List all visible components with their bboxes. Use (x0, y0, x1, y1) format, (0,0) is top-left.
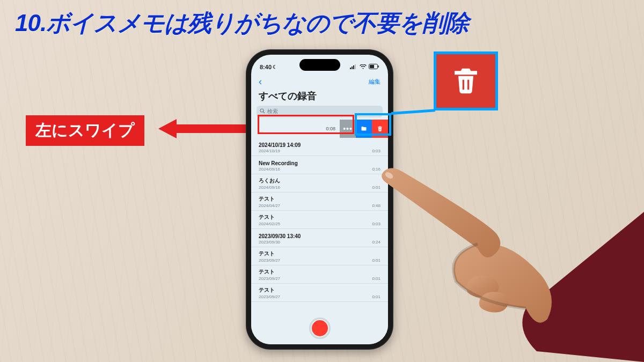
recording-title: 2023/09/30 13:40 (259, 233, 301, 239)
back-chevron-icon[interactable]: ‹ (259, 76, 262, 87)
svg-rect-3 (355, 64, 356, 69)
recording-date: 2023/09/30 (259, 240, 301, 245)
svg-rect-5 (370, 65, 374, 68)
pointing-hand (365, 115, 644, 362)
trash-icon (451, 66, 481, 96)
swipe-left-arrow (158, 119, 260, 138)
row-action-delete[interactable] (372, 120, 388, 138)
record-dock (251, 312, 388, 344)
recording-date: 2023/09/27 (259, 258, 280, 263)
recording-title: テスト (259, 250, 280, 257)
recording-title: テスト (259, 268, 280, 276)
nav-bar: ‹ 編集 (251, 74, 388, 88)
callout-connector (391, 109, 435, 115)
recording-date: 2024/02/25 (259, 221, 280, 226)
recording-row[interactable]: テスト2024/04/270:48 (251, 193, 388, 211)
recording-duration: 0:48 (372, 203, 380, 208)
phone-frame: 8:40 ☾ ‹ 編集 すべての録音 (246, 49, 393, 350)
recording-duration: 0:01 (372, 276, 380, 281)
edit-button[interactable]: 編集 (369, 78, 380, 86)
battery-icon (369, 64, 379, 70)
trash-icon (377, 125, 383, 132)
recording-row[interactable]: テスト2023/09/270:01 (251, 247, 388, 265)
svg-line-8 (263, 112, 265, 113)
recording-date: 2024/04/27 (259, 203, 280, 208)
recording-duration: 0:01 (372, 185, 380, 190)
recording-date: 2024/10/19 (259, 149, 301, 153)
recording-date: 2023/09/27 (259, 276, 280, 281)
swiped-row-duration: 0:08 (326, 126, 335, 131)
recording-title: 2024/10/19 14:09 (259, 142, 301, 148)
svg-rect-6 (378, 65, 379, 68)
recording-title: New Recording (259, 160, 298, 166)
swiped-recording-row[interactable]: 0:08 ••• (251, 120, 388, 138)
dynamic-island (299, 59, 340, 71)
recording-duration: 0:03 (372, 221, 380, 226)
recording-date: 2024/09/16 (259, 185, 280, 190)
recording-title: テスト (259, 286, 280, 294)
recording-title: ろくおん (259, 177, 280, 184)
recording-row[interactable]: テスト2023/09/270:01 (251, 265, 388, 284)
recording-date: 2023/09/27 (259, 294, 280, 299)
recording-row[interactable]: 2023/09/30 13:402023/09/300:24 (251, 229, 388, 247)
cellular-signal-icon (350, 64, 357, 70)
record-button[interactable] (309, 317, 331, 339)
page-title: すべての録音 (251, 88, 388, 106)
recording-row[interactable]: テスト2023/09/270:01 (251, 284, 388, 302)
trash-callout (434, 51, 498, 110)
svg-rect-2 (353, 65, 354, 69)
recording-duration: 0:24 (372, 240, 380, 245)
search-icon (260, 108, 265, 115)
svg-point-7 (260, 109, 264, 112)
recording-row[interactable]: ろくおん2024/09/160:01 (251, 174, 388, 193)
headline-text: 10.ボイスメモは残りがちなので不要を削除 (15, 8, 469, 39)
row-action-folder[interactable] (356, 120, 372, 138)
svg-rect-0 (350, 68, 351, 69)
recording-date: 2024/09/16 (259, 167, 298, 172)
dnd-moon-icon: ☾ (273, 64, 277, 70)
status-time: 8:40 (260, 64, 272, 70)
swipe-left-label: 左にスワイプ (26, 115, 144, 146)
recording-list[interactable]: 2024/10/19 14:092024/10/190:03New Record… (251, 138, 388, 302)
svg-rect-1 (352, 67, 353, 69)
recording-title: テスト (259, 195, 280, 203)
swiped-row-content[interactable]: 0:08 (251, 120, 340, 138)
wifi-icon (360, 64, 367, 70)
recording-row[interactable]: テスト2024/02/250:03 (251, 211, 388, 229)
recording-duration: 0:01 (372, 294, 380, 299)
recording-title: テスト (259, 213, 280, 221)
search-placeholder: 検索 (267, 108, 278, 115)
recording-duration: 0:01 (372, 258, 380, 263)
phone-screen: 8:40 ☾ ‹ 編集 すべての録音 (251, 55, 388, 344)
row-action-more[interactable]: ••• (340, 120, 356, 138)
recording-row[interactable]: New Recording2024/09/160:16 (251, 156, 388, 174)
recording-duration: 0:16 (372, 167, 380, 172)
recording-duration: 0:03 (372, 149, 380, 153)
folder-icon (361, 125, 367, 132)
search-field[interactable]: 検索 (257, 106, 383, 117)
recording-row[interactable]: 2024/10/19 14:092024/10/190:03 (251, 138, 388, 156)
